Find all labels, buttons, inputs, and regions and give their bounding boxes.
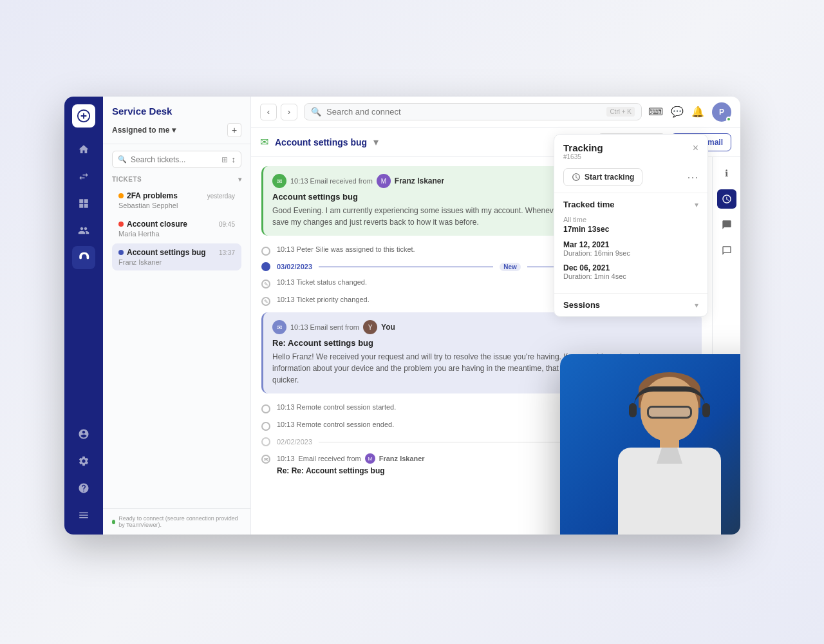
search-icon: 🔍: [311, 107, 321, 117]
nav-forward-button[interactable]: ›: [281, 104, 297, 120]
start-tracking-label: Start tracking: [585, 173, 634, 182]
filter-dropdown[interactable]: Assigned to me ▾: [112, 126, 176, 135]
sender-avatar: M: [377, 174, 391, 188]
email-received-icon: ✉: [272, 174, 286, 188]
email-icon: ✉: [260, 136, 268, 148]
global-search-input[interactable]: [326, 107, 601, 117]
event-text: Peter Silie was assigned to this ticket.: [297, 245, 415, 253]
ticket-title[interactable]: Account settings bug: [275, 137, 367, 147]
sender-name: Franz Iskaner: [395, 176, 444, 185]
ticket-item-settings-bug[interactable]: Account settings bug 13:37 Franz Iskaner: [112, 243, 241, 270]
body: [618, 448, 721, 535]
user-avatar[interactable]: P: [712, 102, 731, 122]
email-time: 10:13: [290, 323, 308, 331]
event-text: Ticket status changed.: [296, 278, 367, 286]
nav-back-button[interactable]: ‹: [260, 104, 277, 120]
reply-subject: Re: Account settings bug: [272, 338, 693, 348]
event-time: 10:13: [277, 421, 297, 428]
chat-icon[interactable]: 💬: [671, 106, 684, 118]
right-earcup: [702, 403, 710, 417]
event-time: 10:13: [277, 278, 296, 286]
date-label: 03/02/2023: [277, 263, 312, 270]
tracking-header: Tracking #1635 ×: [554, 135, 707, 166]
chat-panel-icon[interactable]: [717, 241, 736, 260]
sort-icon[interactable]: ↕: [232, 155, 236, 164]
tracking-start-row: Start tracking ⋯: [554, 166, 707, 193]
timeline-dot: [261, 247, 270, 256]
sessions-section: Sessions ▾: [554, 293, 707, 316]
tickets-section-label[interactable]: TICKETS ▾: [112, 176, 241, 183]
sessions-label: Sessions: [563, 300, 600, 310]
entry1-date: Mar 12, 2021: [563, 240, 698, 249]
nav-users[interactable]: [72, 219, 95, 242]
search-icon: 🔍: [118, 155, 127, 164]
tracked-time-label: Tracked time: [563, 200, 615, 209]
nav-contacts[interactable]: [72, 422, 95, 446]
tracking-icon[interactable]: [717, 189, 736, 209]
tracked-entry-2: Dec 06, 2021 Duration: 1min 4sec: [563, 263, 698, 280]
priority-dot-orange: [118, 193, 124, 198]
date-line: [319, 267, 493, 267]
event-text: Ticket priority changed.: [296, 296, 369, 303]
tracking-panel: Tracking #1635 × Start tracking ⋯ Tracke…: [554, 134, 708, 317]
event-time: 10:13: [277, 245, 297, 253]
entry1-duration: Duration: 16min 9sec: [563, 249, 698, 257]
tracking-close-button[interactable]: ×: [693, 142, 698, 154]
ready-text: Ready to connect (secure connection prov…: [118, 515, 241, 528]
tracked-all-time: All time 17min 13sec: [563, 216, 698, 234]
event-text: Remote control session started.: [297, 403, 397, 411]
nav-headset[interactable]: [72, 246, 95, 269]
tickets-section: TICKETS ▾ 2FA problems yesterday Sebasti…: [103, 173, 250, 276]
filter-icon[interactable]: ⊞: [221, 155, 228, 164]
event-time: 10:13: [277, 455, 295, 462]
remote-end-dot: [261, 422, 270, 431]
tracking-title: Tracking: [563, 142, 603, 153]
info-icon[interactable]: ℹ: [717, 164, 736, 183]
filter-label: Assigned to me: [112, 126, 169, 135]
app-logo[interactable]: [72, 104, 95, 128]
collar: [657, 448, 682, 464]
entry2-date: Dec 06, 2021: [563, 263, 698, 272]
notes-icon[interactable]: [717, 215, 736, 234]
sessions-collapse-icon[interactable]: ▾: [695, 301, 698, 310]
start-tracking-button[interactable]: Start tracking: [563, 168, 642, 186]
collapse-icon[interactable]: ▾: [695, 200, 698, 209]
tracking-ticket-id: #1635: [563, 153, 603, 160]
search-input[interactable]: [131, 155, 218, 164]
headset: [634, 386, 705, 406]
notification-icon[interactable]: 🔔: [691, 106, 704, 118]
nav-grid[interactable]: [72, 192, 95, 215]
ticket-item-closure[interactable]: Account closure 09:45 Maria Hertha: [112, 215, 241, 242]
all-time-value: 17min 13sec: [563, 225, 698, 234]
remote-start-dot: [261, 404, 270, 413]
sidebar-footer: Ready to connect (secure connection prov…: [103, 508, 250, 535]
nav-help[interactable]: [72, 477, 95, 500]
sidebar: Service Desk Assigned to me ▾ + 🔍 ⊞ ↕ TI…: [103, 97, 251, 535]
add-ticket-button[interactable]: +: [227, 123, 241, 137]
all-time-label: All time: [563, 216, 698, 223]
nav-transfer[interactable]: [72, 165, 95, 188]
email-sent-icon: ✉: [272, 320, 286, 334]
ticket-search: 🔍 ⊞ ↕: [112, 151, 241, 168]
agent-name: You: [381, 323, 395, 332]
tickets-collapse-icon: ▾: [238, 176, 242, 183]
agent-photo: [560, 354, 740, 535]
nav-home[interactable]: [72, 138, 95, 161]
sidebar-header: Service Desk Assigned to me ▾ +: [103, 97, 250, 144]
keyboard-icon[interactable]: ⌨: [648, 106, 663, 118]
search-shortcut: Ctrl + K: [606, 107, 635, 117]
topbar-actions: ⌨ 💬 🔔 P: [648, 102, 731, 122]
tracking-more-button[interactable]: ⋯: [687, 170, 698, 184]
ticket-item-2fa[interactable]: 2FA problems yesterday Sebastian Sepphel: [112, 187, 241, 214]
date-dot: [261, 262, 270, 271]
nav-bar[interactable]: [72, 504, 95, 527]
priority-dot: ✎: [261, 297, 270, 306]
email-dot-2: ✉: [261, 455, 270, 464]
sidebar-title: Service Desk: [112, 106, 241, 117]
left-nav: [64, 97, 103, 535]
entry2-duration: Duration: 1min 4sec: [563, 272, 698, 280]
glasses: [647, 406, 692, 419]
nav-settings[interactable]: [72, 450, 95, 473]
chevron-down-icon: ▾: [172, 126, 176, 135]
ready-indicator: [112, 520, 115, 524]
